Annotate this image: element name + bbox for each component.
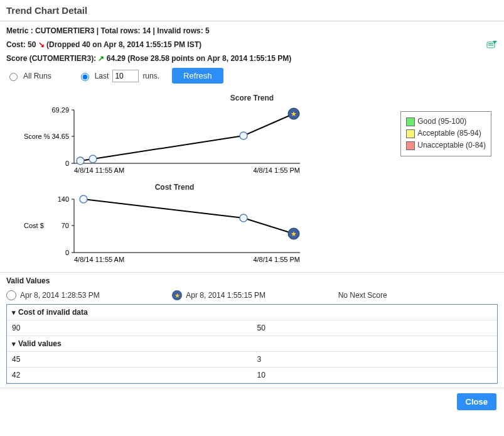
run-controls: All Runs Last runs. Refresh bbox=[6, 65, 498, 86]
svg-rect-1 bbox=[488, 43, 493, 44]
data-point[interactable] bbox=[240, 214, 247, 222]
arrow-down-icon: ↘ bbox=[38, 40, 45, 49]
export-icon[interactable] bbox=[486, 40, 498, 50]
score-line: Score (CUTOMERTIER3): ↗ 64.29 (Rose 28.5… bbox=[6, 52, 498, 65]
score-chart-title: Score Trend bbox=[11, 94, 493, 102]
close-button[interactable]: Close bbox=[457, 393, 496, 410]
score-suffix: 64.29 (Rose 28.58 points on Apr 8, 2014 … bbox=[107, 54, 291, 63]
svg-text:4/8/14 1:55 PM: 4/8/14 1:55 PM bbox=[253, 166, 300, 174]
score-prefix: Score (CUTOMERTIER3): bbox=[6, 54, 98, 63]
svg-text:4/8/14 11:55 AM: 4/8/14 11:55 AM bbox=[74, 256, 124, 263]
score-legend: Good (95-100) Acceptable (85-94) Unaccep… bbox=[400, 111, 491, 156]
valid-values-timestamps: Apr 8, 2014 1:28:53 PM ★ Apr 8, 2014 1:5… bbox=[0, 286, 504, 304]
valid-values-header: Valid Values bbox=[0, 272, 504, 286]
cost-line: Cost: 50 ↘ (Dropped 40 on Apr 8, 2014 1:… bbox=[6, 38, 498, 52]
svg-text:0: 0 bbox=[65, 160, 69, 167]
cost-trend-chart: 0 70 140 Cost $ 4/8/14 11:55 AM 4/8/14 1… bbox=[11, 193, 338, 268]
legend-swatch-unacceptable bbox=[406, 141, 415, 150]
legend-swatch-acceptable bbox=[406, 129, 415, 138]
group-header[interactable]: Cost of invalid data bbox=[7, 305, 497, 320]
trend-chart-dialog: Trend Chart Detail Metric : CUTOMERTIER3… bbox=[0, 0, 504, 415]
metric-line: Metric : CUTOMERTIER3 | Total rows: 14 |… bbox=[6, 24, 498, 38]
svg-text:70: 70 bbox=[62, 222, 69, 229]
svg-text:69.29: 69.29 bbox=[51, 106, 69, 114]
svg-rect-2 bbox=[488, 45, 493, 46]
score-y-label: Score % bbox=[24, 133, 50, 140]
cost-suffix: (Dropped 40 on Apr 8, 2014 1:55:15 PM IS… bbox=[46, 40, 201, 49]
current-score-icon: ★ bbox=[172, 290, 182, 300]
data-point[interactable] bbox=[240, 132, 247, 139]
table-row: 453 bbox=[7, 352, 497, 368]
table-row: 9050 bbox=[7, 320, 497, 336]
runs-suffix-label: runs. bbox=[142, 72, 159, 80]
svg-text:★: ★ bbox=[291, 110, 297, 117]
data-point[interactable] bbox=[77, 157, 84, 165]
svg-text:4/8/14 11:55 AM: 4/8/14 11:55 AM bbox=[74, 166, 124, 174]
next-score-label: No Next Score bbox=[338, 291, 387, 300]
svg-text:★: ★ bbox=[174, 292, 180, 299]
svg-text:34.65: 34.65 bbox=[51, 133, 69, 140]
valid-values-table-wrap: Cost of invalid data9050Valid values4534… bbox=[6, 304, 498, 384]
data-point-latest[interactable]: ★ bbox=[288, 228, 299, 239]
all-runs-label: All Runs bbox=[23, 72, 51, 80]
legend-swatch-good bbox=[406, 117, 415, 126]
svg-text:★: ★ bbox=[291, 230, 297, 237]
svg-text:140: 140 bbox=[58, 195, 69, 203]
data-point[interactable] bbox=[80, 195, 87, 203]
valid-values-scroll[interactable]: Cost of invalid data9050Valid values4534… bbox=[7, 305, 497, 383]
prev-timestamp: Apr 8, 2014 1:28:53 PM bbox=[20, 291, 100, 300]
arrow-up-icon: ↗ bbox=[98, 54, 104, 63]
refresh-button[interactable]: Refresh bbox=[172, 68, 223, 84]
table-row: 4210 bbox=[7, 368, 497, 383]
dialog-title: Trend Chart Detail bbox=[0, 0, 504, 21]
cost-prefix: Cost: 50 bbox=[6, 40, 38, 49]
group-header[interactable]: Valid values bbox=[7, 336, 497, 352]
all-runs-radio[interactable] bbox=[9, 73, 18, 81]
svg-text:4/8/14 1:55 PM: 4/8/14 1:55 PM bbox=[253, 256, 300, 263]
dialog-footer: Close bbox=[0, 388, 504, 415]
summary-block: Metric : CUTOMERTIER3 | Total rows: 14 |… bbox=[0, 21, 504, 90]
charts-container: Score Trend 0 34.65 69.29 Score % 4/8/14… bbox=[0, 94, 504, 272]
data-point[interactable] bbox=[89, 155, 97, 163]
cost-y-label: Cost $ bbox=[24, 222, 44, 229]
last-label: Last bbox=[95, 72, 109, 80]
current-timestamp: Apr 8, 2014 1:55:15 PM bbox=[186, 291, 265, 300]
cost-chart-title: Cost Trend bbox=[68, 183, 281, 192]
score-trend-chart: 0 34.65 69.29 Score % 4/8/14 11:55 AM 4/… bbox=[11, 104, 338, 179]
valid-values-table: Cost of invalid data9050Valid values4534… bbox=[7, 305, 497, 383]
svg-text:0: 0 bbox=[65, 249, 69, 256]
data-point-latest[interactable]: ★ bbox=[288, 108, 299, 119]
run-count-input[interactable] bbox=[112, 70, 139, 82]
last-runs-radio[interactable] bbox=[81, 73, 89, 81]
prev-score-icon bbox=[6, 290, 16, 300]
